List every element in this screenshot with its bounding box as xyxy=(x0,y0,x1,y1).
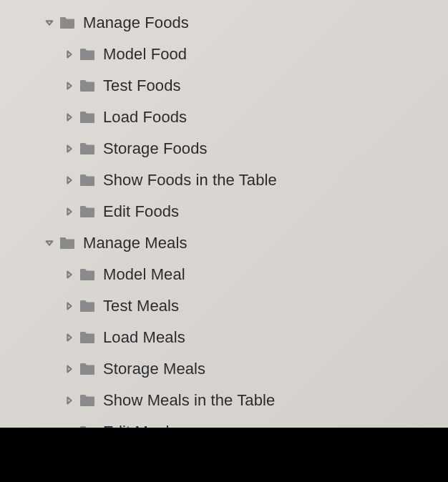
bottom-bar xyxy=(0,428,448,482)
folder-icon xyxy=(79,299,96,313)
chevron-right-icon[interactable] xyxy=(60,144,79,154)
tree-row[interactable]: Show Meals in the Table xyxy=(0,385,448,416)
tree-row[interactable]: Manage Foods xyxy=(0,7,448,39)
tree-item-label: Model Food xyxy=(103,45,187,64)
folder-icon xyxy=(79,205,96,219)
chevron-right-icon[interactable] xyxy=(60,395,79,405)
folder-icon xyxy=(79,362,96,376)
tree-row[interactable]: Test Foods xyxy=(0,70,448,102)
tree-row[interactable]: Show Foods in the Table xyxy=(0,164,448,196)
tree-row[interactable]: Test Meals xyxy=(0,290,448,322)
tree-item-label: Storage Meals xyxy=(103,360,205,378)
folder-icon xyxy=(59,16,76,30)
folder-icon xyxy=(79,142,96,156)
tree-row[interactable]: Model Food xyxy=(0,39,448,70)
folder-icon xyxy=(79,110,96,124)
tree-row[interactable]: Edit Foods xyxy=(0,196,448,227)
chevron-down-icon[interactable] xyxy=(40,18,59,28)
folder-icon xyxy=(79,173,96,187)
chevron-right-icon[interactable] xyxy=(60,333,79,343)
tree-row[interactable]: Load Foods xyxy=(0,102,448,133)
folder-icon xyxy=(79,79,96,93)
tree-row[interactable]: Manage Meals xyxy=(0,227,448,259)
folder-icon xyxy=(79,267,96,282)
tree-item-label: Load Meals xyxy=(103,328,185,347)
tree-item-label: Storage Foods xyxy=(103,139,208,158)
tree-item-label: Test Foods xyxy=(103,77,181,95)
tree-row[interactable]: Load Meals xyxy=(0,322,448,353)
folder-icon xyxy=(79,393,96,408)
tree-item-label: Manage Foods xyxy=(83,14,189,32)
tree-item-label: Show Foods in the Table xyxy=(103,171,277,190)
chevron-right-icon[interactable] xyxy=(60,81,79,91)
tree-row[interactable]: Storage Foods xyxy=(0,133,448,164)
folder-icon xyxy=(59,236,76,250)
chevron-right-icon[interactable] xyxy=(60,112,79,122)
chevron-right-icon[interactable] xyxy=(60,175,79,185)
folder-icon xyxy=(79,47,96,62)
chevron-right-icon[interactable] xyxy=(60,49,79,59)
chevron-right-icon[interactable] xyxy=(60,207,79,217)
tree-view: Manage FoodsModel FoodTest FoodsLoad Foo… xyxy=(0,7,448,448)
chevron-right-icon[interactable] xyxy=(60,301,79,311)
chevron-down-icon[interactable] xyxy=(40,238,59,248)
tree-row[interactable]: Model Meal xyxy=(0,259,448,290)
tree-item-label: Model Meal xyxy=(103,265,185,284)
tree-item-label: Load Foods xyxy=(103,108,187,127)
tree-row[interactable]: Storage Meals xyxy=(0,353,448,385)
chevron-right-icon[interactable] xyxy=(60,364,79,374)
tree-item-label: Edit Foods xyxy=(103,202,179,221)
tree-item-label: Manage Meals xyxy=(83,234,188,252)
tree-item-label: Test Meals xyxy=(103,297,179,315)
folder-icon xyxy=(79,330,96,345)
tree-item-label: Show Meals in the Table xyxy=(103,391,275,410)
chevron-right-icon[interactable] xyxy=(60,270,79,280)
